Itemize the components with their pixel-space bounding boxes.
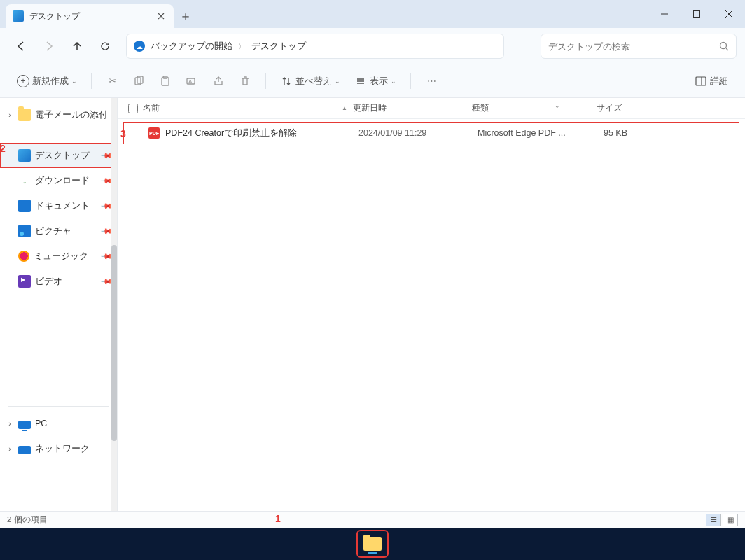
select-all-checkbox[interactable] (123, 104, 143, 113)
column-date[interactable]: 更新日時 (353, 102, 472, 114)
copy-icon (132, 75, 145, 88)
window-controls (648, 0, 745, 28)
desktop-icon (13, 10, 24, 22)
new-tab-button[interactable]: ＋ (174, 4, 197, 28)
maximize-button[interactable] (681, 0, 713, 28)
chevron-down-icon: ⌄ (71, 78, 77, 85)
svg-rect-0 (694, 11, 700, 18)
view-label: 表示 (370, 75, 388, 88)
details-pane-button[interactable]: 詳細 (689, 70, 734, 92)
sidebar-item-label: ドキュメント (35, 200, 90, 212)
forward-button[interactable] (36, 34, 62, 59)
column-headers: 名前 ▲ 更新日時 種類 ⌄ サイズ (118, 98, 745, 119)
sidebar-item-video[interactable]: ビデオ 📌 (0, 269, 117, 294)
video-icon (18, 275, 31, 288)
sort-icon (280, 75, 293, 88)
sidebar-scrollbar-thumb[interactable] (111, 245, 117, 441)
view-button[interactable]: 表示 ⌄ (349, 70, 402, 92)
cloud-backup-icon (134, 41, 145, 52)
sidebar-item-label: ダウンロード (35, 175, 90, 187)
annotation-3: 3 (120, 128, 126, 139)
column-name[interactable]: 名前 ▲ (143, 102, 353, 114)
file-pane: 名前 ▲ 更新日時 種類 ⌄ サイズ PDF PDF24 Creatorで印刷禁… (118, 98, 745, 511)
annotation-2: 2 (0, 143, 6, 154)
taskbar (0, 528, 745, 560)
address-backup-start: バックアップの開始 (151, 40, 232, 52)
minimize-button[interactable] (648, 0, 681, 28)
main-area: › 電子メールの添付 デスクトップ 📌 ↓ ダウンロード 📌 ドキュメント 📌 … (0, 98, 745, 511)
taskbar-explorer-button[interactable] (358, 531, 387, 556)
chevron-right-icon: › (6, 111, 14, 119)
sort-label: 並べ替え (295, 75, 332, 88)
svg-point-1 (720, 43, 727, 49)
column-type-label: 種類 (472, 103, 489, 113)
chevron-down-icon: ⌄ (335, 78, 340, 85)
sidebar-item-network[interactable]: › ネットワーク (0, 436, 117, 461)
sidebar-item-label: デスクトップ (35, 150, 90, 162)
tab-label: デスクトップ (29, 10, 80, 22)
sidebar-item-documents[interactable]: ドキュメント 📌 (0, 193, 117, 218)
copy-button[interactable] (127, 70, 151, 92)
column-type[interactable]: 種類 ⌄ (472, 102, 564, 114)
new-button[interactable]: + 新規作成 ⌄ (11, 70, 83, 92)
share-button[interactable] (207, 70, 230, 92)
refresh-button[interactable] (92, 34, 118, 59)
view-icon (354, 75, 367, 88)
close-window-button[interactable] (713, 0, 745, 28)
rename-button[interactable]: A (180, 70, 204, 92)
sort-asc-icon: ▲ (342, 105, 347, 111)
cut-button[interactable]: ✂ (100, 70, 124, 92)
item-count-status: 2 個の項目 (7, 514, 48, 525)
sidebar-divider (8, 406, 109, 407)
details-label: 詳細 (710, 75, 728, 88)
status-bar: 2 個の項目 ☰ ▦ (0, 511, 745, 528)
window-tab[interactable]: デスクトップ (6, 4, 174, 28)
sidebar-item-email-attach[interactable]: › 電子メールの添付 (0, 102, 117, 127)
sort-button[interactable]: 並べ替え ⌄ (274, 70, 346, 92)
delete-button[interactable] (233, 70, 257, 92)
details-view-button[interactable]: ☰ (706, 514, 721, 526)
file-row[interactable]: PDF PDF24 Creatorで印刷禁止を解除 2024/01/09 11:… (123, 122, 739, 144)
annotation-1: 1 (275, 513, 281, 524)
explorer-icon (363, 537, 382, 551)
navbar: バックアップの開始 〉 デスクトップ (0, 28, 745, 64)
icons-view-button[interactable]: ▦ (723, 514, 738, 526)
file-name: PDF24 Creatorで印刷禁止を解除 (165, 127, 297, 139)
sidebar-item-label: ミュージック (34, 251, 88, 262)
search-box[interactable] (541, 34, 737, 59)
svg-text:A: A (188, 78, 193, 85)
search-input[interactable] (548, 41, 713, 52)
sidebar-item-music[interactable]: ミュージック 📌 (0, 244, 117, 269)
music-icon (18, 251, 29, 262)
up-button[interactable] (64, 34, 90, 59)
close-tab-button[interactable] (155, 10, 167, 22)
chevron-down-icon: ⌄ (555, 102, 560, 109)
file-name-cell: PDF PDF24 Creatorで印刷禁止を解除 (148, 127, 358, 139)
sidebar: › 電子メールの添付 デスクトップ 📌 ↓ ダウンロード 📌 ドキュメント 📌 … (0, 98, 118, 511)
folder-icon (18, 108, 31, 121)
file-date: 2024/01/09 11:29 (358, 128, 478, 138)
more-button[interactable]: ⋯ (419, 70, 443, 92)
column-size[interactable]: サイズ (564, 102, 634, 114)
sidebar-item-pc[interactable]: › PC (0, 411, 117, 436)
sidebar-item-label: 電子メールの添付 (35, 109, 108, 121)
sidebar-item-desktop[interactable]: デスクトップ 📌 (0, 143, 117, 168)
sidebar-item-label: PC (35, 419, 47, 428)
titlebar: デスクトップ ＋ (0, 0, 745, 28)
paste-button[interactable] (153, 70, 177, 92)
address-bar[interactable]: バックアップの開始 〉 デスクトップ (126, 34, 504, 59)
details-pane-icon (695, 75, 707, 88)
file-size: 95 KB (570, 128, 640, 138)
pc-icon (18, 421, 31, 429)
address-current: デスクトップ (251, 40, 306, 52)
column-name-label: 名前 (143, 102, 160, 114)
sidebar-item-downloads[interactable]: ↓ ダウンロード 📌 (0, 168, 117, 193)
sidebar-item-label: ビデオ (35, 276, 62, 288)
plus-icon: + (17, 75, 29, 88)
back-button[interactable] (8, 34, 34, 59)
chevron-right-icon: › (6, 420, 14, 428)
toolbar-separator (265, 74, 266, 89)
sidebar-item-pictures[interactable]: ピクチャ 📌 (0, 218, 117, 244)
chevron-right-icon: › (6, 445, 14, 453)
svg-rect-4 (162, 78, 169, 85)
